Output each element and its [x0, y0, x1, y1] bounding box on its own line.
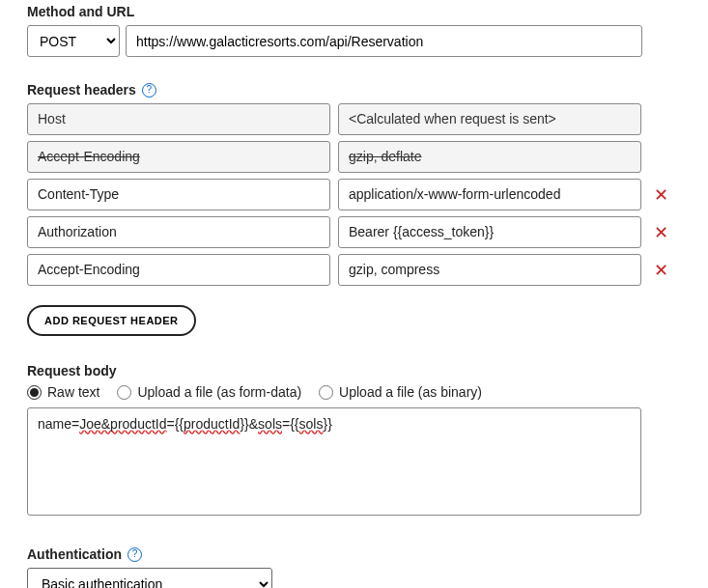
delete-header-icon[interactable]: ✕ [649, 260, 672, 281]
radio-raw-text[interactable]: Raw text [27, 384, 99, 400]
header-row: Accept-Encodinggzip, compress✕ [27, 254, 708, 286]
authentication-label-text: Authentication [27, 546, 122, 562]
radio-raw-text-input[interactable] [27, 385, 42, 400]
header-key-input: Host [27, 103, 330, 135]
help-icon[interactable]: ? [127, 547, 142, 562]
delete-header-icon[interactable]: ✕ [649, 184, 672, 206]
radio-upload-binary[interactable]: Upload a file (as binary) [319, 384, 482, 400]
radio-upload-formdata-label: Upload a file (as form-data) [137, 384, 301, 400]
radio-upload-formdata[interactable]: Upload a file (as form-data) [117, 384, 301, 400]
header-row: Host<Calculated when request is sent> [27, 103, 708, 135]
body-type-radio-group: Raw text Upload a file (as form-data) Up… [27, 384, 708, 400]
header-key-input[interactable]: Accept-Encoding [27, 254, 330, 286]
request-headers-label: Request headers ? [27, 82, 708, 98]
header-row: Accept-Encodinggzip, deflate [27, 141, 708, 173]
header-value-input[interactable]: application/x-www-form-urlencoded [338, 179, 641, 210]
header-row: AuthorizationBearer {{access_token}}✕ [27, 216, 708, 248]
header-key-input[interactable]: Content-Type [27, 179, 330, 210]
method-select[interactable]: GETPOSTPUTDELETEPATCH [27, 25, 120, 57]
header-value-input: <Calculated when request is sent> [338, 103, 641, 135]
header-key-input[interactable]: Authorization [27, 216, 330, 248]
help-icon[interactable]: ? [142, 83, 156, 98]
radio-upload-binary-label: Upload a file (as binary) [339, 384, 482, 400]
headers-block: Host<Calculated when request is sent>Acc… [27, 103, 708, 286]
radio-upload-binary-input[interactable] [319, 385, 333, 400]
header-key-input: Accept-Encoding [27, 141, 330, 173]
header-row: Content-Typeapplication/x-www-form-urlen… [27, 179, 708, 210]
header-value-input: gzip, deflate [338, 141, 641, 173]
radio-raw-text-label: Raw text [47, 384, 99, 400]
authentication-label: Authentication ? [27, 546, 708, 562]
header-value-input[interactable]: Bearer {{access_token}} [338, 216, 641, 248]
method-url-row: GETPOSTPUTDELETEPATCH [27, 25, 708, 57]
request-headers-label-text: Request headers [27, 82, 136, 98]
request-body-label: Request body [27, 363, 708, 378]
radio-upload-formdata-input[interactable] [117, 385, 131, 400]
authentication-select[interactable]: NoneBasic authenticationBearer token [27, 568, 272, 588]
request-body-textarea[interactable]: name=Joe&productId={{productId}}&sols={{… [27, 407, 641, 516]
add-request-header-button[interactable]: ADD REQUEST HEADER [27, 305, 196, 336]
delete-header-icon[interactable]: ✕ [649, 222, 672, 243]
header-value-input[interactable]: gzip, compress [338, 254, 641, 286]
url-input[interactable] [126, 25, 642, 57]
method-url-label: Method and URL [27, 4, 708, 19]
